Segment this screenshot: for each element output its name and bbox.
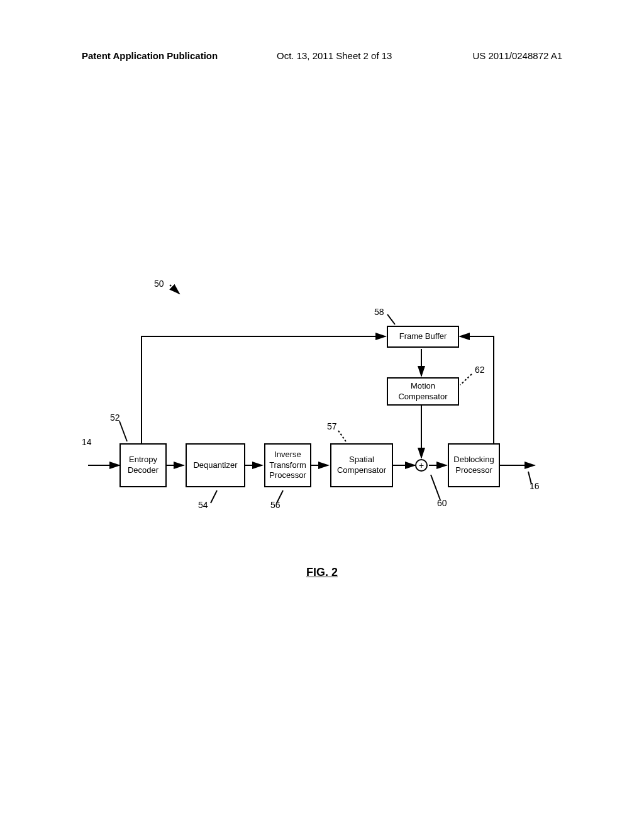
ref-14: 14 [82, 437, 92, 447]
ref-50: 50 [154, 279, 164, 289]
figure-label-text: FIG. 2 [306, 566, 338, 578]
header-publication: Patent Application Publication [82, 50, 218, 61]
diagram-arrows [82, 277, 560, 541]
entropy-decoder-label: Entropy Decoder [128, 455, 158, 476]
deblocking-processor-block: Deblocking Processor [448, 443, 500, 487]
entropy-decoder-block: Entropy Decoder [119, 443, 167, 487]
ref-54: 54 [198, 500, 208, 510]
frame-buffer-label: Frame Buffer [399, 331, 447, 342]
deblocking-processor-label: Deblocking Processor [453, 455, 494, 476]
ref-16: 16 [530, 481, 540, 491]
spatial-compensator-block: Spatial Compensator [330, 443, 393, 487]
header-date-sheet: Oct. 13, 2011 Sheet 2 of 13 [277, 50, 392, 61]
inverse-transform-label: Inverse Transform Processor [269, 450, 306, 482]
motion-compensator-block: Motion Compensator [387, 377, 459, 406]
ref-60: 60 [437, 498, 447, 508]
ref-62: 62 [475, 365, 485, 375]
header-patent-number: US 2011/0248872 A1 [472, 50, 562, 61]
dequantizer-label: Dequantizer [193, 460, 237, 471]
dequantizer-block: Dequantizer [186, 443, 245, 487]
figure-label: FIG. 2 [0, 566, 644, 579]
ref-57: 57 [327, 421, 337, 431]
ref-52: 52 [110, 412, 120, 423]
inverse-transform-block: Inverse Transform Processor [264, 443, 311, 487]
ref-56: 56 [270, 500, 280, 510]
ref-58: 58 [374, 307, 384, 317]
frame-buffer-block: Frame Buffer [387, 326, 459, 348]
page-header: Patent Application Publication Oct. 13, … [0, 50, 644, 69]
motion-compensator-label: Motion Compensator [398, 381, 447, 402]
decoder-diagram: 50 58 62 52 14 57 54 56 60 16 Entropy De… [82, 277, 560, 541]
spatial-compensator-label: Spatial Compensator [337, 455, 386, 476]
adder-icon: + [415, 459, 428, 472]
